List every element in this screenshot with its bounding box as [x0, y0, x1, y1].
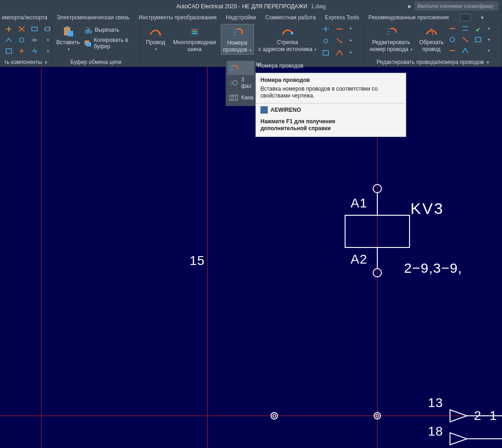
svg-rect-22	[235, 95, 237, 100]
canvas-label-eq: 2−9,3−9,	[404, 260, 462, 276]
trim-wire-icon	[424, 25, 439, 39]
dropdown-item-wire-numbers[interactable]	[227, 61, 254, 75]
component-icon[interactable]	[3, 46, 15, 56]
wire-button[interactable]: Провод ▾	[143, 24, 168, 53]
wire-numbers-small-icon	[228, 63, 239, 74]
component-icon[interactable]	[29, 24, 40, 34]
tab-import-export[interactable]: импорта/экспорта	[2, 14, 47, 21]
svg-rect-9	[87, 42, 91, 46]
component-icon[interactable]	[3, 24, 15, 34]
svg-rect-4	[66, 26, 69, 28]
panel-clipboard: Вставить ▾ Вырезать Копировать в буфер Б…	[52, 22, 140, 67]
dropdown-item-channel[interactable]: 100101 Кана	[227, 91, 254, 104]
search-indicator-icon: ▶	[408, 4, 412, 9]
component-icon[interactable]	[16, 35, 28, 45]
tab-express-tools[interactable]: Express Tools	[325, 14, 359, 21]
tab-collab[interactable]: Совместная работа	[265, 14, 316, 21]
component-icon[interactable]: ▾	[41, 46, 53, 56]
canvas-label-18: 18	[428, 424, 443, 439]
tab-overflow-icon[interactable]: ▼	[480, 15, 485, 20]
tab-apps-icon[interactable]	[460, 14, 471, 21]
source-arrow-button[interactable]: Стрелка с адресом источника ▾	[257, 24, 319, 54]
search-placeholder: Введите ключевое слово/фразу	[417, 3, 493, 9]
component-icon[interactable]	[29, 46, 40, 56]
copy-icon	[84, 39, 92, 47]
trim-wire-button[interactable]: Обрезать провод	[417, 24, 445, 53]
edit-tool-icon[interactable]	[448, 36, 460, 46]
insert-tool-icon[interactable]	[321, 37, 334, 48]
channel-icon: 100101	[228, 92, 238, 103]
edit-tool-icon[interactable]	[461, 47, 473, 57]
command-icon	[260, 106, 268, 114]
insert-tool-icon[interactable]	[335, 25, 348, 36]
tooltip-title: Номера проводов	[256, 73, 406, 86]
panel-title-edit[interactable]: Редактировать провода/номера проводов▼	[368, 58, 499, 67]
edit-tool-icon[interactable]	[448, 25, 460, 35]
cut-button[interactable]: Вырезать	[84, 26, 137, 34]
svg-rect-1	[32, 27, 37, 31]
tab-convert-tools[interactable]: Инструменты преобразования	[138, 14, 217, 21]
dropdown-item-3phase[interactable]: 3 фаз	[227, 75, 254, 91]
paste-icon	[60, 25, 76, 39]
wire-numbers-icon	[230, 25, 245, 39]
svg-point-19	[233, 80, 237, 85]
insert-small-grid: ▾ ▾ ▾	[321, 24, 362, 60]
canvas-label-a1: A1	[351, 196, 367, 211]
svg-rect-18	[475, 37, 481, 42]
insert-tool-icon[interactable]: ▾	[349, 25, 362, 36]
svg-rect-11	[192, 29, 197, 30]
tab-addons[interactable]: Надстройки	[226, 14, 256, 21]
edit-wire-number-button[interactable]: Редактировать номер провода ▾	[368, 24, 415, 54]
tooltip-wire-numbers: Номера проводов Вставка номеров проводов…	[255, 73, 406, 137]
wire-numbers-dropdown: 3 фаз 100101 Кана	[225, 59, 256, 106]
panel-edit-wires: Редактировать номер провода ▾ Обрезать п…	[365, 22, 502, 67]
app-title: AutoCAD Electrical 2020 - НЕ ДЛЯ ПЕРЕПРО…	[176, 3, 307, 10]
edit-tool-icon[interactable]	[448, 47, 460, 57]
edit-tool-icon[interactable]	[474, 47, 486, 57]
component-icon[interactable]	[16, 46, 28, 56]
edit-tool-icon[interactable]	[474, 36, 486, 46]
cut-icon	[84, 26, 93, 34]
canvas-label-13: 13	[428, 396, 443, 410]
insert-tool-icon[interactable]: ▾	[349, 37, 362, 48]
tooltip-help: Нажмите F1 для получениядополнительной с…	[256, 116, 406, 137]
wire-numbers-button[interactable]: Номера проводов ▾	[221, 24, 254, 55]
drawing-canvas[interactable]: 15 A1 A2 KV3 2−9,3−9, 13 18 2−1	[0, 67, 502, 448]
component-icon[interactable]	[41, 24, 53, 34]
paste-button[interactable]: Вставить ▾	[55, 24, 81, 53]
insert-tool-icon[interactable]	[335, 49, 348, 60]
insert-tool-icon[interactable]: ▾	[349, 49, 362, 60]
edit-tool-icon[interactable]	[461, 36, 473, 46]
component-icon[interactable]	[29, 35, 40, 45]
component-icon[interactable]	[16, 24, 28, 34]
component-icon[interactable]	[3, 35, 15, 45]
edit-tool-icon[interactable]: ▾	[487, 25, 499, 35]
component-icon-grid: ▾ ▾	[3, 24, 53, 56]
svg-point-2	[19, 38, 24, 42]
canvas-label-a2: A2	[351, 252, 367, 267]
panel-components: ▾ ▾ ть компоненты▼	[0, 22, 52, 67]
insert-tool-icon[interactable]	[321, 49, 334, 60]
edit-tool-icon[interactable]: ▾	[487, 47, 499, 57]
title-bar: AutoCAD Electrical 2020 - НЕ ДЛЯ ПЕРЕПРО…	[0, 0, 502, 13]
edit-tool-icon[interactable]	[474, 25, 486, 35]
dropdown-first-label[interactable]: Номера проводов	[258, 63, 304, 69]
svg-point-17	[450, 37, 455, 42]
component-icon[interactable]: ▾	[41, 35, 53, 45]
multiwire-bus-button[interactable]: Многопроводная шина	[171, 24, 218, 53]
search-input[interactable]: ▶ Введите ключевое слово/фразу	[415, 1, 498, 11]
insert-tool-icon[interactable]	[321, 25, 334, 36]
copy-button[interactable]: Копировать в буфер	[84, 37, 137, 50]
tooltip-body: Вставка номеров проводов в соответствии …	[256, 86, 406, 103]
insert-tool-icon[interactable]	[335, 37, 348, 48]
panel-title-clipboard[interactable]: Буфер обмена цепи	[55, 58, 137, 67]
tab-electromech[interactable]: Электромеханическая связь	[57, 14, 129, 21]
svg-rect-16	[323, 51, 329, 55]
panel-title-components[interactable]: ть компоненты▼	[3, 58, 49, 67]
edit-tool-icon[interactable]: ▾	[487, 36, 499, 46]
edit-tool-icon[interactable]	[461, 25, 473, 35]
tab-recommended-apps[interactable]: Рекомендованные приложения	[369, 14, 449, 21]
canvas-label-2-1: 2−1	[474, 408, 497, 423]
canvas-label-15: 15	[190, 253, 205, 268]
source-arrow-icon	[280, 25, 295, 39]
